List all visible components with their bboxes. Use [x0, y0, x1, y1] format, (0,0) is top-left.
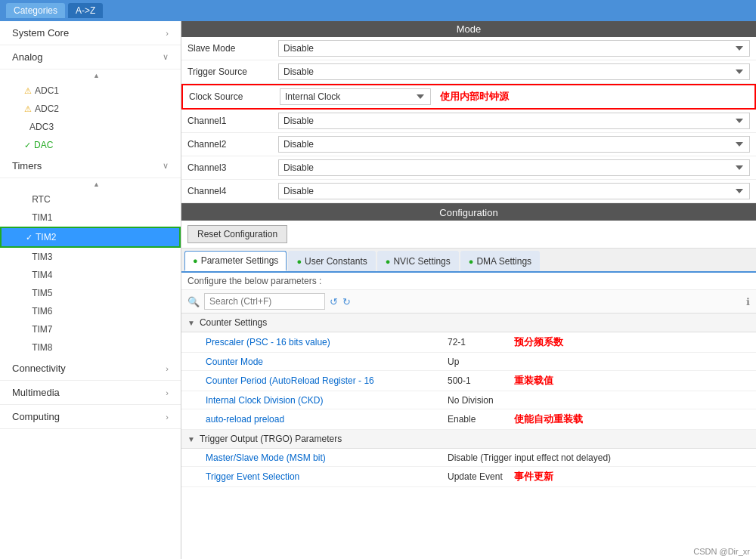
param-row-autoreload: auto-reload preload Enable 使能自动重装载	[181, 409, 756, 430]
trgo-group-header[interactable]: ▼ Trigger Output (TRGO) Parameters	[181, 430, 756, 449]
reset-config-button[interactable]: Reset Configuration	[187, 225, 287, 243]
main-content: Mode Slave Mode Disable Trigger Source D…	[181, 21, 756, 559]
sidebar: System Core › Analog ∨ ⚠ ADC1 ⚠ ADC2 ADC…	[0, 21, 181, 559]
warning-icon: ⚠	[24, 86, 32, 96]
sidebar-item-label: TIM2	[36, 232, 56, 242]
param-row-counter-mode: Counter Mode Up	[181, 353, 756, 371]
chevron-right-icon: ›	[166, 364, 169, 373]
channel4-row: Channel4 Disable	[181, 180, 756, 203]
param-value: Disable (Trigger input effect not delaye…	[448, 452, 674, 463]
tab-categories[interactable]: Categories	[6, 3, 65, 18]
sidebar-item-system-core[interactable]: System Core ›	[0, 21, 181, 45]
info-icon: ℹ	[746, 296, 750, 307]
config-toolbar: Reset Configuration	[181, 221, 756, 249]
sidebar-item-label: Computing	[12, 411, 60, 422]
params-area: Configure the below parameters : 🔍 ↺ ↻ ℹ…	[181, 273, 756, 559]
analog-up-arrow	[0, 69, 181, 82]
sidebar-item-label: TIM8	[32, 342, 52, 353]
sidebar-item-multimedia[interactable]: Multimedia ›	[0, 381, 181, 405]
chevron-right-icon: ›	[166, 29, 169, 38]
tab-dot-icon: ●	[296, 257, 302, 266]
sidebar-item-tim5[interactable]: TIM5	[0, 284, 181, 302]
expand-arrow-icon: ▼	[187, 319, 195, 327]
param-name: Counter Mode	[206, 357, 448, 367]
trigger-source-select[interactable]: Disable	[278, 63, 750, 80]
sidebar-item-tim3[interactable]: TIM3	[0, 248, 181, 266]
clock-source-annotation: 使用内部时钟源	[440, 90, 509, 103]
tab-nvic-settings[interactable]: ● NVIC Settings	[377, 251, 459, 271]
slave-mode-label: Slave Mode	[187, 43, 278, 54]
reset-search-icon[interactable]: ↺	[330, 296, 338, 307]
sidebar-item-label: TIM4	[32, 270, 52, 280]
empty-icon	[24, 325, 29, 334]
counter-settings-group-header[interactable]: ▼ Counter Settings	[181, 313, 756, 332]
sidebar-item-tim4[interactable]: TIM4	[0, 266, 181, 284]
chevron-down-icon: ∨	[163, 161, 169, 171]
channel2-label: Channel2	[187, 139, 278, 150]
tab-label: NVIC Settings	[393, 256, 450, 267]
param-value: No Division	[448, 395, 508, 406]
channel3-row: Channel3 Disable	[181, 156, 756, 180]
sidebar-item-timers[interactable]: Timers ∨	[0, 154, 181, 178]
sidebar-item-label: ADC3	[29, 122, 54, 132]
sidebar-item-connectivity[interactable]: Connectivity ›	[0, 357, 181, 381]
sidebar-item-label: ADC1	[35, 85, 59, 96]
mode-header: Mode	[181, 21, 756, 37]
sidebar-item-tim7[interactable]: TIM7	[0, 320, 181, 338]
configure-label: Configure the below parameters :	[181, 273, 756, 290]
sidebar-item-tim1[interactable]: TIM1	[0, 208, 181, 227]
config-section: Configuration Reset Configuration ● Para…	[181, 205, 756, 559]
sidebar-item-rtc[interactable]: RTC	[0, 190, 181, 208]
channel3-select[interactable]: Disable	[278, 159, 750, 176]
param-value: 72-1	[448, 337, 508, 347]
sidebar-item-computing[interactable]: Computing ›	[0, 405, 181, 429]
search-bar: 🔍 ↺ ↻ ℹ	[181, 290, 756, 313]
tab-label: DMA Settings	[476, 256, 531, 267]
sidebar-item-tim6[interactable]: TIM6	[0, 302, 181, 320]
channel2-select[interactable]: Disable	[278, 136, 750, 153]
param-annotation: 预分频系数	[514, 335, 563, 349]
sidebar-item-label: Timers	[12, 160, 42, 171]
slave-mode-row: Slave Mode Disable	[181, 37, 756, 60]
clock-source-select[interactable]: Internal Clock	[280, 88, 431, 105]
sidebar-item-tim8[interactable]: TIM8	[0, 338, 181, 357]
group-label: Counter Settings	[200, 317, 267, 328]
sidebar-item-adc1[interactable]: ⚠ ADC1	[0, 82, 181, 100]
param-name: auto-reload preload	[206, 414, 448, 425]
watermark: CSDN @Dir_xr	[693, 547, 750, 556]
tab-label: Parameter Settings	[201, 255, 279, 266]
tab-dot-icon: ●	[386, 257, 391, 266]
sidebar-item-tim2[interactable]: ✓ TIM2	[0, 227, 181, 248]
param-annotation: 事件更新	[514, 470, 553, 483]
tab-parameter-settings[interactable]: ● Parameter Settings	[184, 251, 287, 271]
sidebar-item-label: System Core	[12, 27, 69, 39]
chevron-right-icon: ›	[166, 412, 169, 422]
mode-section: Mode Slave Mode Disable Trigger Source D…	[181, 21, 756, 205]
channel2-row: Channel2 Disable	[181, 133, 756, 156]
sidebar-item-label: Analog	[12, 51, 42, 63]
clock-source-row: Clock Source Internal Clock 使用内部时钟源	[181, 84, 756, 110]
param-row-ckd: Internal Clock Division (CKD) No Divisio…	[181, 391, 756, 409]
channel4-select[interactable]: Disable	[278, 183, 750, 199]
empty-icon	[24, 252, 29, 261]
group-label: Trigger Output (TRGO) Parameters	[200, 434, 342, 444]
channel1-select[interactable]: Disable	[278, 113, 750, 129]
tabs-bar: ● Parameter Settings ● User Constants ● …	[181, 249, 756, 273]
param-row-msm: Master/Slave Mode (MSM bit) Disable (Tri…	[181, 449, 756, 467]
sidebar-item-label: TIM7	[32, 324, 52, 335]
tab-dma-settings[interactable]: ● DMA Settings	[460, 251, 540, 271]
param-row-prescaler: Prescaler (PSC - 16 bits value) 72-1 预分频…	[181, 332, 756, 353]
sidebar-item-adc3[interactable]: ADC3	[0, 118, 181, 136]
sidebar-item-adc2[interactable]: ⚠ ADC2	[0, 100, 181, 118]
next-search-icon[interactable]: ↻	[342, 296, 351, 307]
warning-icon: ⚠	[24, 104, 32, 114]
slave-mode-select[interactable]: Disable	[278, 40, 750, 57]
tab-user-constants[interactable]: ● User Constants	[288, 251, 375, 271]
sidebar-item-label: TIM1	[32, 212, 52, 223]
sidebar-item-analog[interactable]: Analog ∨	[0, 45, 181, 69]
tab-a-to-z[interactable]: A->Z	[68, 3, 103, 18]
sidebar-item-label: TIM5	[32, 288, 52, 298]
param-row-counter-period: Counter Period (AutoReload Register - 16…	[181, 371, 756, 391]
sidebar-item-dac[interactable]: ✓ DAC	[0, 136, 181, 154]
search-input[interactable]	[204, 293, 325, 310]
